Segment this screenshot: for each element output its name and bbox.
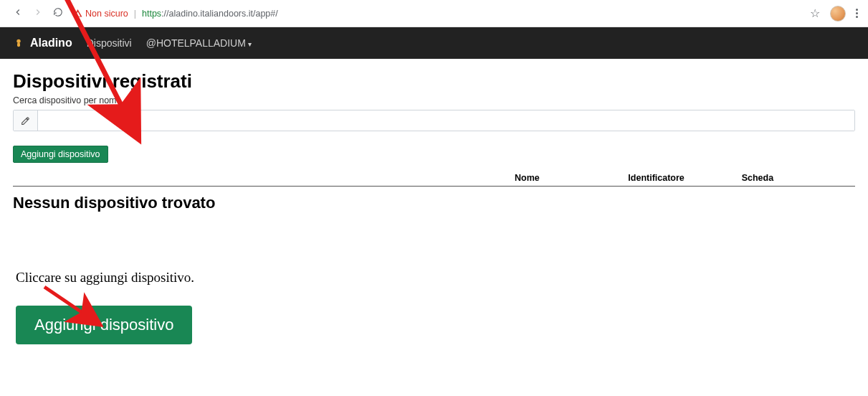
col-nome: Nome [515, 173, 628, 183]
back-icon[interactable] [13, 7, 23, 19]
page-title: Dispositivi registrati [13, 70, 855, 93]
browser-nav-buttons [13, 7, 63, 19]
svg-point-0 [16, 39, 20, 43]
browser-actions: ☆ [810, 6, 858, 22]
add-device-big-button[interactable]: Aggiungi dispositivo [16, 306, 192, 344]
bookmark-star-icon[interactable]: ☆ [810, 6, 820, 20]
svg-rect-1 [17, 42, 20, 47]
instruction-block: Cliccare su aggiungi dispositivo. Aggiun… [13, 270, 855, 344]
brand-logo-icon [13, 37, 24, 49]
empty-state-message: Nessun dispositivo trovato [13, 194, 855, 212]
nav-link-devices[interactable]: Dispositivi [87, 37, 132, 49]
search-input-group [13, 110, 855, 131]
search-label: Cerca dispositivo per nome [13, 95, 855, 105]
profile-avatar[interactable] [830, 6, 846, 22]
brand-name: Aladino [30, 37, 72, 50]
security-label: Non sicuro [85, 9, 128, 19]
col-scheda: Scheda [742, 173, 855, 183]
reload-icon[interactable] [53, 7, 63, 19]
url-text: https://aladino.italiandoors.it/app#/ [142, 9, 278, 19]
main-content: Dispositivi registrati Cerca dispositivo… [0, 59, 868, 344]
col-identificatore: Identificatore [628, 173, 741, 183]
browser-menu-icon[interactable] [856, 9, 858, 18]
brand[interactable]: Aladino [13, 37, 72, 50]
url-separator: | [134, 9, 136, 19]
security-warning: Non sicuro [73, 9, 128, 19]
forward-icon[interactable] [33, 7, 43, 19]
browser-toolbar: Non sicuro | https://aladino.italiandoor… [0, 0, 868, 27]
nav-link-account[interactable]: @HOTELPALLADIUM [146, 37, 252, 49]
address-bar[interactable]: Non sicuro | https://aladino.italiandoor… [73, 9, 810, 19]
search-input[interactable] [38, 110, 854, 131]
device-table-header: Nome Identificatore Scheda [13, 173, 855, 187]
instruction-text: Cliccare su aggiungi dispositivo. [16, 270, 852, 286]
warning-icon [73, 9, 82, 18]
app-navbar: Aladino Dispositivi @HOTELPALLADIUM [0, 27, 868, 59]
edit-icon[interactable] [14, 110, 38, 131]
add-device-button[interactable]: Aggiungi dispositivo [13, 146, 108, 163]
